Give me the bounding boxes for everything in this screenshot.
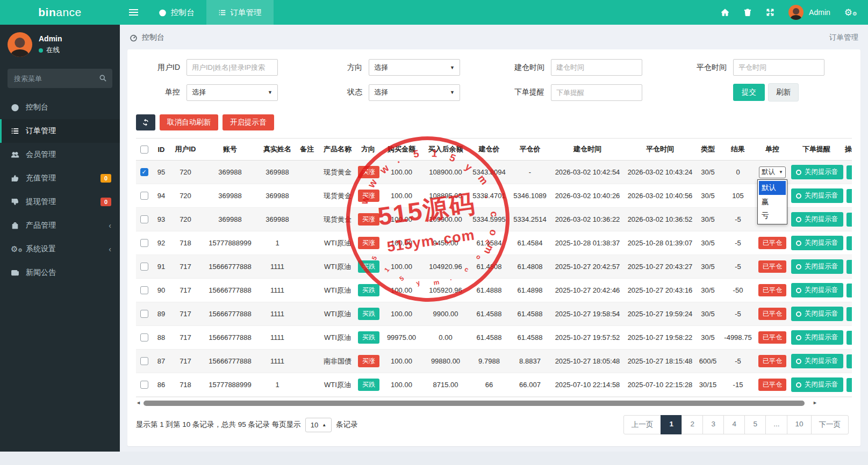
scroll-right-arrow-icon[interactable]: ► xyxy=(813,400,817,405)
horizontal-scrollbar[interactable]: ◄ ► xyxy=(136,400,852,406)
column-header[interactable]: 平仓时间 xyxy=(625,139,695,161)
sidebar-item-系统设置[interactable]: ⚙⚙系统设置‹ xyxy=(0,237,120,261)
top-nav-active-item[interactable]: 订单管理 xyxy=(206,0,274,25)
edit-button[interactable]: ✎ xyxy=(847,165,852,179)
refresh-button[interactable]: 刷新 xyxy=(768,83,799,101)
submit-button[interactable]: 提交 xyxy=(733,84,765,101)
column-header[interactable]: 建仓时间 xyxy=(550,139,625,161)
mute-sound-button[interactable]: 关闭提示音 xyxy=(791,354,843,368)
search-icon[interactable] xyxy=(99,74,107,82)
scroll-left-arrow-icon[interactable]: ◄ xyxy=(136,400,141,405)
cancel-auto-refresh-button[interactable]: 取消自动刷新 xyxy=(160,114,218,130)
column-header[interactable]: 建仓价 xyxy=(468,139,510,161)
pagination-page[interactable]: ... xyxy=(765,415,787,434)
direction-select[interactable]: 选择▼ xyxy=(369,59,460,76)
pagination-page[interactable]: 5 xyxy=(744,415,766,434)
open-time-input[interactable] xyxy=(551,59,642,76)
control-filter-select[interactable]: 选择▼ xyxy=(186,84,278,101)
column-header[interactable]: 用户ID xyxy=(170,139,200,161)
scrollbar-thumb[interactable] xyxy=(144,401,805,406)
cell-close: 61.4808 xyxy=(510,255,550,279)
edit-button[interactable]: ✎ xyxy=(847,284,852,297)
mute-sound-button[interactable]: 关闭提示音 xyxy=(791,165,843,179)
user-id-input[interactable] xyxy=(186,59,278,76)
sidebar-item-提现管理[interactable]: 提现管理0 xyxy=(0,190,120,214)
sidebar-item-会员管理[interactable]: 会员管理 xyxy=(0,143,120,166)
control-select[interactable]: 默认▼ xyxy=(759,166,786,178)
row-checkbox[interactable] xyxy=(140,333,148,342)
pagination-page[interactable]: 3 xyxy=(702,415,724,434)
edit-button[interactable]: ✎ xyxy=(847,378,852,392)
remind-input[interactable] xyxy=(551,84,642,101)
column-header[interactable]: 产品名称 xyxy=(319,139,356,161)
select-all-checkbox[interactable] xyxy=(140,146,148,154)
pagination-next[interactable]: 下一页 xyxy=(811,415,849,434)
mute-sound-button[interactable]: 关闭提示音 xyxy=(791,236,843,250)
control-option[interactable]: 默认 xyxy=(759,181,786,195)
row-checkbox[interactable] xyxy=(140,263,148,271)
column-header[interactable]: 方向 xyxy=(356,139,380,161)
column-header[interactable]: 买入后余额 xyxy=(423,139,468,161)
mute-sound-button[interactable]: 关闭提示音 xyxy=(791,283,843,297)
enable-sound-button[interactable]: 开启提示音 xyxy=(223,114,274,130)
pagination-page[interactable]: 4 xyxy=(723,415,745,434)
page-size-select[interactable]: 10▲ xyxy=(305,418,332,432)
column-header[interactable]: 购买金额 xyxy=(380,139,423,161)
row-checkbox[interactable] xyxy=(140,215,148,223)
mute-sound-button[interactable]: 关闭提示音 xyxy=(791,259,843,274)
column-header[interactable]: 真实姓名 xyxy=(260,139,295,161)
edit-button[interactable]: ✎ xyxy=(847,213,852,227)
column-header[interactable]: ID xyxy=(152,139,170,161)
settings-gears-icon[interactable]: ⚙⚙ xyxy=(844,8,857,17)
brand-logo[interactable]: binance xyxy=(0,0,120,25)
cell-result: -5 xyxy=(721,302,755,326)
menu-search-input[interactable] xyxy=(8,69,112,88)
sidebar-item-控制台[interactable]: 控制台 xyxy=(0,96,120,119)
column-header[interactable]: 备注 xyxy=(295,139,319,161)
control-option[interactable]: 亏 xyxy=(759,209,786,223)
row-checkbox[interactable]: ✓ xyxy=(140,168,148,176)
column-header[interactable]: 类型 xyxy=(695,139,721,161)
pagination-page[interactable]: 1 xyxy=(661,415,682,434)
cell-open_time: 2025-10-27 19:57:52 xyxy=(550,326,625,350)
control-option[interactable]: 赢 xyxy=(759,195,786,209)
edit-button[interactable]: ✎ xyxy=(847,354,852,368)
close-time-input[interactable] xyxy=(733,59,824,76)
edit-button[interactable]: ✎ xyxy=(847,307,852,321)
mute-sound-button[interactable]: 关闭提示音 xyxy=(791,212,843,227)
hamburger-menu-icon[interactable] xyxy=(120,0,147,25)
sidebar-item-产品管理[interactable]: 产品管理‹ xyxy=(0,214,120,237)
row-checkbox[interactable] xyxy=(140,310,148,318)
sidebar-item-订单管理[interactable]: 订单管理 xyxy=(0,119,120,143)
column-header[interactable]: 账号 xyxy=(200,139,260,161)
row-checkbox[interactable] xyxy=(140,239,148,247)
status-select[interactable]: 选择▼ xyxy=(369,84,460,101)
sidebar-item-新闻公告[interactable]: 新闻公告 xyxy=(0,261,120,285)
fullscreen-icon[interactable] xyxy=(766,8,774,17)
row-checkbox[interactable] xyxy=(140,192,148,200)
mute-sound-button[interactable]: 关闭提示音 xyxy=(791,330,843,345)
user-menu[interactable]: Admin xyxy=(788,5,830,20)
mute-sound-button[interactable]: 关闭提示音 xyxy=(791,188,843,203)
column-header[interactable]: 下单提醒 xyxy=(790,139,843,161)
column-header[interactable]: 单控 xyxy=(755,139,790,161)
edit-button[interactable]: ✎ xyxy=(847,260,852,274)
row-checkbox[interactable] xyxy=(140,357,148,365)
pagination-page[interactable]: 2 xyxy=(682,415,703,434)
top-nav-item[interactable]: 控制台 xyxy=(147,0,206,25)
edit-button[interactable]: ✎ xyxy=(847,236,852,250)
column-header[interactable]: 结果 xyxy=(721,139,755,161)
home-icon[interactable] xyxy=(721,8,729,17)
edit-button[interactable]: ✎ xyxy=(847,331,852,345)
mute-sound-button[interactable]: 关闭提示音 xyxy=(791,377,843,392)
column-header[interactable]: 平仓价 xyxy=(510,139,550,161)
pagination-page[interactable]: 10 xyxy=(787,415,811,434)
row-checkbox[interactable] xyxy=(140,381,148,389)
edit-button[interactable]: ✎ xyxy=(847,189,852,203)
auto-refresh-button[interactable] xyxy=(136,114,155,130)
mute-sound-button[interactable]: 关闭提示音 xyxy=(791,307,843,321)
trash-icon[interactable] xyxy=(743,8,752,17)
pagination-prev[interactable]: 上一页 xyxy=(623,415,662,434)
sidebar-item-充值管理[interactable]: 充值管理0 xyxy=(0,166,120,190)
row-checkbox[interactable] xyxy=(140,286,148,294)
